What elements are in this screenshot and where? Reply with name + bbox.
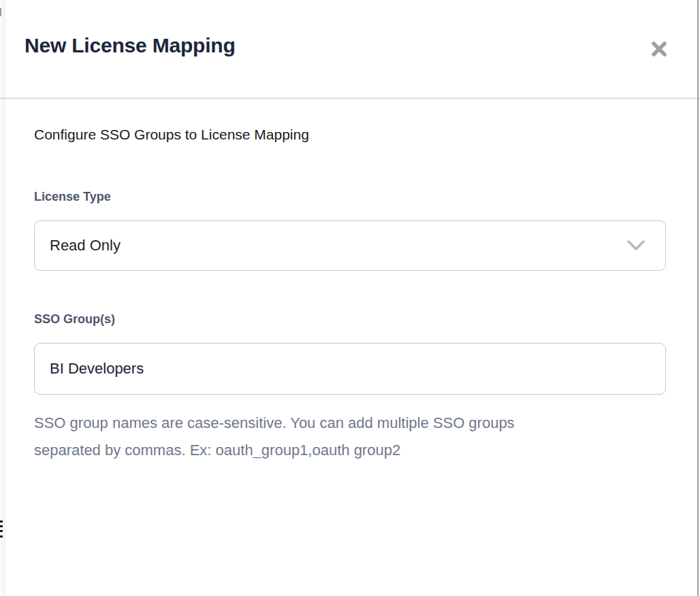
background-list-icon-fragment (0, 525, 3, 527)
dialog-body: Configure SSO Groups to License Mapping … (5, 99, 697, 596)
dialog-title: New License Mapping (25, 34, 236, 57)
new-license-mapping-dialog: New License Mapping Configure SSO Groups… (5, 0, 697, 596)
license-type-label: License Type (34, 190, 111, 204)
sso-groups-helper-text: SSO group names are case-sensitive. You … (34, 410, 572, 464)
license-type-select[interactable]: Read Only (34, 220, 666, 271)
license-type-selected-value: Read Only (35, 237, 626, 254)
screen: New License Mapping Configure SSO Groups… (0, 0, 700, 596)
background-list-icon-fragment (0, 535, 3, 537)
close-icon (650, 39, 669, 59)
sso-groups-input[interactable] (34, 343, 666, 395)
dialog-right-edge (697, 0, 699, 596)
background-page-edge (0, 0, 5, 596)
background-artifact (0, 8, 1, 16)
background-list-icon-fragment (0, 530, 3, 532)
sso-groups-label: SSO Group(s) (34, 312, 115, 327)
dialog-header: New License Mapping (5, 0, 697, 97)
close-button[interactable] (646, 35, 673, 63)
chevron-down-icon (626, 239, 646, 252)
background-list-icon-fragment (0, 520, 3, 523)
dialog-subtitle: Configure SSO Groups to License Mapping (34, 127, 309, 143)
